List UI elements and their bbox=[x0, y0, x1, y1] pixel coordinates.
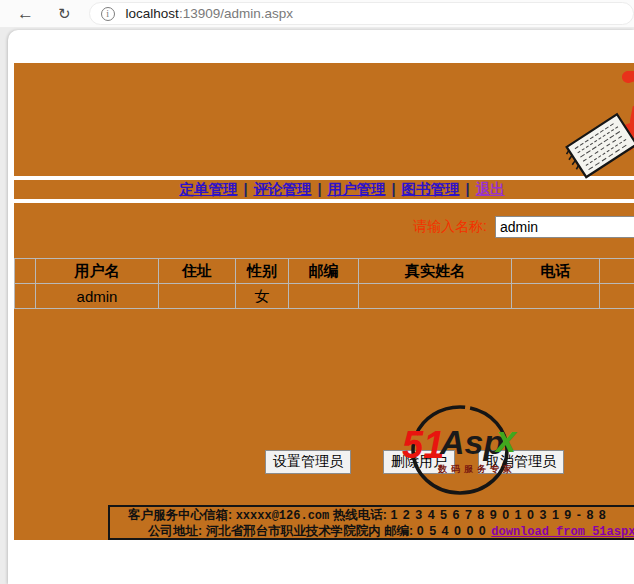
users-table: 用户名 住址 性别 邮编 真实姓名 电话 admin 女 bbox=[14, 258, 634, 309]
search-label: 请输入名称: bbox=[413, 218, 487, 234]
footer-phone: 1 2 3 4 5 6 7 8 9 0 1 0 3 1 9 - 8 8 bbox=[390, 508, 606, 522]
nav-separator: | bbox=[317, 181, 321, 197]
main-panel: 请输入名称: 用户名 住址 性别 邮编 真实姓名 电话 admin 女 bbox=[14, 203, 634, 540]
download-link[interactable]: download from 51aspx bbox=[491, 525, 634, 539]
nav-link-orders[interactable]: 定单管理 bbox=[179, 181, 237, 197]
nav-bar: 定单管理|评论管理|用户管理|图书管理|退出 bbox=[14, 180, 634, 199]
footer-hotline-label: 热线电话: bbox=[329, 508, 390, 522]
cancel-admin-button[interactable]: 取消管理员 bbox=[478, 450, 564, 474]
url-text: localhost:13909/admin.aspx bbox=[126, 6, 293, 21]
footer-zip: 0 5 4 0 0 0 bbox=[417, 524, 492, 538]
cell-realname bbox=[359, 284, 512, 309]
col-address: 住址 bbox=[159, 259, 236, 284]
table-header-row: 用户名 住址 性别 邮编 真实姓名 电话 bbox=[15, 259, 634, 284]
web-page: 定单管理|评论管理|用户管理|图书管理|退出 请输入名称: 用户名 住址 性别 … bbox=[8, 30, 634, 584]
cell-extra bbox=[600, 284, 634, 309]
address-bar[interactable]: i localhost:13909/admin.aspx bbox=[89, 2, 634, 25]
browser-toolbar: ← ↻ i localhost:13909/admin.aspx bbox=[0, 0, 634, 28]
book-illustration-icon bbox=[560, 71, 634, 181]
back-icon[interactable]: ← bbox=[17, 5, 34, 22]
footer-line1: 客户服务中心信箱: xxxxx@126.com 热线电话: 1 2 3 4 5 … bbox=[110, 508, 634, 524]
cell-blank bbox=[15, 284, 36, 309]
info-icon[interactable]: i bbox=[101, 7, 115, 21]
footer-email-label: 客户服务中心信箱: bbox=[128, 508, 236, 522]
col-gender: 性别 bbox=[236, 259, 289, 284]
nav-link-users[interactable]: 用户管理 bbox=[328, 181, 386, 197]
delete-user-button[interactable]: 删除用户 bbox=[383, 450, 455, 474]
nav-link-books[interactable]: 图书管理 bbox=[402, 181, 460, 197]
reload-icon[interactable]: ↻ bbox=[58, 6, 71, 21]
cell-zip bbox=[289, 284, 359, 309]
footer-line2: 公司地址: 河北省邢台市职业技术学院院内 邮编: 0 5 4 0 0 0 dow… bbox=[110, 524, 634, 540]
footer-email: xxxxx@126.com bbox=[236, 509, 330, 523]
col-username: 用户名 bbox=[36, 259, 159, 284]
col-extra bbox=[600, 259, 634, 284]
col-realname: 真实姓名 bbox=[359, 259, 512, 284]
footer-address: 公司地址: 河北省邢台市职业技术学院院内 邮编: bbox=[148, 524, 417, 538]
search-row: 请输入名称: bbox=[413, 216, 634, 238]
set-admin-button[interactable]: 设置管理员 bbox=[265, 450, 351, 474]
col-zip: 邮编 bbox=[289, 259, 359, 284]
page-wrap: 定单管理|评论管理|用户管理|图书管理|退出 请输入名称: 用户名 住址 性别 … bbox=[0, 28, 634, 584]
cell-address bbox=[159, 284, 236, 309]
content: 定单管理|评论管理|用户管理|图书管理|退出 请输入名称: 用户名 住址 性别 … bbox=[14, 30, 634, 540]
col-blank bbox=[15, 259, 36, 284]
nav-links: 定单管理|评论管理|用户管理|图书管理|退出 bbox=[14, 180, 634, 199]
name-input[interactable] bbox=[495, 216, 634, 238]
cell-username: admin bbox=[36, 284, 159, 309]
banner bbox=[14, 63, 634, 176]
nav-separator: | bbox=[243, 181, 247, 197]
url-path: :13909/admin.aspx bbox=[179, 6, 293, 21]
nav-link-comments[interactable]: 评论管理 bbox=[253, 181, 311, 197]
nav-separator: | bbox=[466, 181, 470, 197]
col-phone: 电话 bbox=[512, 259, 600, 284]
nav-link-logout[interactable]: 退出 bbox=[476, 181, 505, 197]
footer: 客户服务中心信箱: xxxxx@126.com 热线电话: 1 2 3 4 5 … bbox=[108, 505, 634, 540]
nav-separator: | bbox=[392, 181, 396, 197]
table-row[interactable]: admin 女 bbox=[15, 284, 634, 309]
url-host: localhost bbox=[126, 6, 179, 21]
cell-phone bbox=[512, 284, 600, 309]
cell-gender: 女 bbox=[236, 284, 289, 309]
